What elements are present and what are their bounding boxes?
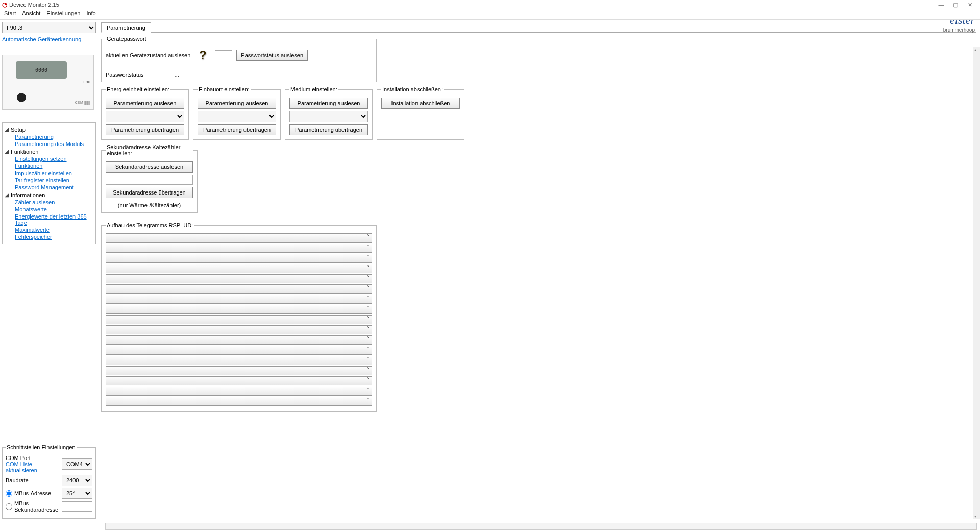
mbus-sec-radio[interactable] bbox=[6, 503, 12, 510]
energie-read-button[interactable]: Parametrierung auslesen bbox=[106, 98, 184, 109]
com-port-select[interactable]: COM4 bbox=[62, 458, 92, 470]
minimize-icon[interactable]: — bbox=[937, 1, 945, 9]
sidebar: F90..3 Automatische Geräteerkennung 0000… bbox=[0, 20, 98, 521]
interface-settings: Schnittstellen Einstellungen COM Port CO… bbox=[2, 444, 96, 519]
read-password-status-button[interactable]: Passwortstatus auslesen bbox=[236, 50, 308, 61]
mbus-sec-label: MBus-Sekundäradresse bbox=[14, 500, 60, 513]
mbus-addr-radio[interactable] bbox=[6, 490, 12, 497]
tree-zaehler-auslesen[interactable]: Zähler auslesen bbox=[5, 199, 93, 206]
group-sekaddr: Sekundäradresse Kältezähler einstellen: … bbox=[101, 144, 198, 213]
rsp-dropdown[interactable] bbox=[106, 366, 372, 375]
menu-start[interactable]: Start bbox=[4, 10, 16, 18]
rsp-dropdown[interactable] bbox=[106, 274, 372, 283]
mbus-addr-select[interactable]: 254 bbox=[62, 488, 92, 499]
group-geraetepasswort: Gerätepasswort aktuellen Gerätezustand a… bbox=[101, 36, 377, 82]
vertical-scrollbar[interactable] bbox=[973, 47, 980, 519]
sekaddr-note: (nur Wärme-/Kältezähler) bbox=[106, 200, 193, 208]
tree-parametrierung-modul[interactable]: Parametrierung des Moduls bbox=[5, 140, 93, 148]
rsp-dropdown[interactable] bbox=[106, 397, 372, 406]
menu-ansicht[interactable]: Ansicht bbox=[22, 10, 40, 18]
energie-write-button[interactable]: Parametrierung übertragen bbox=[106, 124, 184, 135]
sekaddr-input[interactable] bbox=[106, 175, 193, 185]
einbauort-read-button[interactable]: Parametrierung auslesen bbox=[198, 98, 276, 109]
tree-monatswerte[interactable]: Monatswerte bbox=[5, 206, 93, 213]
rsp-dropdown[interactable] bbox=[106, 325, 372, 334]
statusbar bbox=[0, 521, 980, 531]
group-install: Installation abschließen: Installation a… bbox=[377, 86, 464, 140]
com-port-label: COM Port bbox=[6, 455, 60, 461]
window-title: Device Monitor 2.15 bbox=[9, 2, 59, 8]
rsp-dropdown[interactable] bbox=[106, 376, 372, 385]
einbauort-select[interactable] bbox=[198, 111, 276, 122]
group-medium: Medium einstellen: Parametrierung ausles… bbox=[285, 86, 373, 140]
install-finish-button[interactable]: Installation abschließen bbox=[381, 98, 460, 109]
group-rsp-ud: Aufbau des Telegramms RSP_UD: bbox=[101, 222, 377, 412]
password-status-input[interactable] bbox=[215, 50, 232, 60]
energie-select[interactable] bbox=[106, 111, 184, 122]
titlebar: ◔ Device Monitor 2.15 — ▢ ✕ bbox=[0, 0, 980, 9]
baud-label: Baudrate bbox=[6, 477, 60, 484]
baud-select[interactable]: 2400 bbox=[62, 475, 92, 486]
medium-read-button[interactable]: Parametrierung auslesen bbox=[289, 98, 368, 109]
tree-fehlerspeicher[interactable]: Fehlerspeicher bbox=[5, 233, 93, 240]
tree-maximalwerte[interactable]: Maximalwerte bbox=[5, 226, 93, 233]
tree-einstellungen-setzen[interactable]: Einstellungen setzen bbox=[5, 155, 93, 162]
device-image: 0000 F90 CE M |||||||||| bbox=[2, 55, 94, 110]
brand-logo: elster brummerhoop bbox=[943, 20, 975, 33]
tree-tarifregister[interactable]: Tarifregister einstellen bbox=[5, 177, 93, 184]
tree-impulszaehler[interactable]: Impulszähler einstellen bbox=[5, 170, 93, 177]
menu-einstellungen[interactable]: Einstellungen bbox=[46, 10, 80, 18]
tree-funktionen[interactable]: ◢Funktionen bbox=[5, 148, 93, 155]
menubar: Start Ansicht Einstellungen Info bbox=[0, 9, 980, 19]
rsp-dropdown[interactable] bbox=[106, 244, 372, 253]
tree-energiewerte[interactable]: Energiewerte der letzten 365 Tage bbox=[5, 213, 93, 226]
read-state-label: aktuellen Gerätezustand auslesen bbox=[106, 52, 190, 58]
rsp-dropdown[interactable] bbox=[106, 315, 372, 324]
tree-funktionen-link[interactable]: Funktionen bbox=[5, 162, 93, 170]
tree-password-mgmt[interactable]: Password Management bbox=[5, 184, 93, 191]
device-model-label: F90 bbox=[83, 80, 90, 84]
rsp-dropdown[interactable] bbox=[106, 295, 372, 304]
tree-setup[interactable]: ◢Setup bbox=[5, 126, 93, 133]
device-lcd: 0000 bbox=[16, 61, 67, 79]
device-select[interactable]: F90..3 bbox=[2, 22, 96, 33]
tree-parametrierung[interactable]: Parametrierung bbox=[5, 133, 93, 140]
rsp-dropdown[interactable] bbox=[106, 356, 372, 365]
medium-write-button[interactable]: Parametrierung übertragen bbox=[289, 124, 368, 135]
mbus-addr-label: MBus-Adresse bbox=[14, 490, 60, 496]
close-icon[interactable]: ✕ bbox=[966, 1, 974, 9]
com-list-refresh[interactable]: COM Liste aktualisieren bbox=[6, 461, 37, 473]
rsp-dropdown[interactable] bbox=[106, 387, 372, 396]
nav-tree: ◢Setup Parametrierung Parametrierung des… bbox=[2, 122, 96, 244]
rsp-dropdown[interactable] bbox=[106, 233, 372, 243]
password-status-value: ... bbox=[175, 71, 179, 78]
main-panel: elster brummerhoop Parametrierung Geräte… bbox=[98, 20, 980, 521]
menu-info[interactable]: Info bbox=[86, 10, 95, 18]
rsp-dropdown[interactable] bbox=[106, 305, 372, 314]
maximize-icon[interactable]: ▢ bbox=[951, 1, 960, 9]
password-status-label: Passwortstatus bbox=[106, 71, 144, 78]
rsp-dropdown[interactable] bbox=[106, 346, 372, 355]
group-einbauort: Einbauort einstellen: Parametrierung aus… bbox=[193, 86, 281, 140]
medium-select[interactable] bbox=[289, 111, 368, 122]
tab-parametrierung[interactable]: Parametrierung bbox=[101, 22, 151, 33]
rsp-dropdown[interactable] bbox=[106, 335, 372, 345]
barcode-icon: CE M |||||||||| bbox=[75, 101, 90, 104]
rsp-dropdown[interactable] bbox=[106, 264, 372, 273]
sekaddr-read-button[interactable]: Sekundäradresse auslesen bbox=[106, 161, 193, 173]
group-energie: Energieeinheit einstellen: Parametrierun… bbox=[101, 86, 189, 140]
auto-detect-link[interactable]: Automatische Geräteerkennung bbox=[2, 36, 96, 42]
mbus-sec-input[interactable] bbox=[62, 501, 92, 512]
rsp-dropdown[interactable] bbox=[106, 254, 372, 263]
question-icon: ? bbox=[194, 47, 211, 63]
status-field bbox=[105, 523, 977, 530]
sekaddr-write-button[interactable]: Sekundäradresse übertragen bbox=[106, 187, 193, 198]
rsp-dropdown[interactable] bbox=[106, 284, 372, 294]
device-button-icon bbox=[17, 93, 26, 102]
einbauort-write-button[interactable]: Parametrierung übertragen bbox=[198, 124, 276, 135]
tree-informationen[interactable]: ◢Informationen bbox=[5, 191, 93, 199]
app-icon: ◔ bbox=[2, 1, 7, 8]
